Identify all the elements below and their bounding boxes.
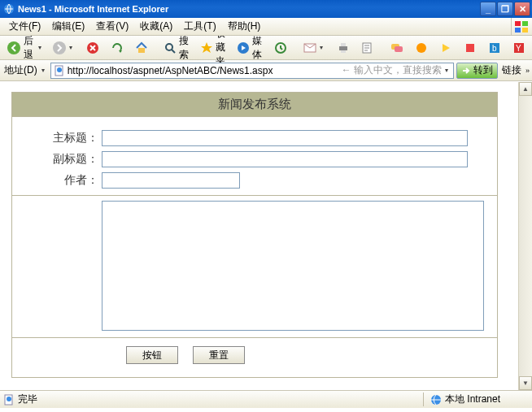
svg-rect-13 xyxy=(339,46,347,50)
chevron-right-icon[interactable]: » xyxy=(525,67,530,75)
window-title: News1 - Microsoft Internet Explorer xyxy=(18,4,480,14)
zone-text: 本地 Intranet xyxy=(445,392,500,406)
favorites-button[interactable]: 收藏夹 xyxy=(196,38,231,58)
minimize-button[interactable]: _ xyxy=(480,2,496,16)
submit-button[interactable]: 按钮 xyxy=(126,346,178,364)
reset-button[interactable]: 重置 xyxy=(193,346,245,364)
menu-help[interactable]: 帮助(H) xyxy=(222,18,267,35)
svg-point-9 xyxy=(166,44,172,50)
url-hint: ← 输入中文，直接搜索 xyxy=(342,63,442,77)
content-area: 新闻发布系统 主标题： 副标题： 作者： xyxy=(0,81,532,390)
toolbar: 后退 ▾ ▾ 搜索 收藏夹 媒体 ▾ b Y xyxy=(0,36,532,60)
print-icon xyxy=(336,41,351,55)
url-input[interactable]: http://localhost/aspnet/AspNetABC/News1.… xyxy=(50,63,454,79)
play-icon xyxy=(438,41,453,55)
go-button[interactable]: 转到 xyxy=(456,63,498,79)
menubar: 文件(F) 编辑(E) 查看(V) 收藏(A) 工具(T) 帮助(H) xyxy=(0,18,532,36)
chevron-down-icon[interactable]: ▾ xyxy=(445,67,451,74)
mail-button[interactable]: ▾ xyxy=(299,38,330,58)
menu-favorites[interactable]: 收藏(A) xyxy=(134,18,178,35)
go-arrow-icon xyxy=(461,66,471,76)
stop-icon xyxy=(85,41,100,55)
chevron-down-icon: ▾ xyxy=(320,44,326,51)
scroll-down-button[interactable]: ▼ xyxy=(519,376,532,390)
scroll-up-button[interactable]: ▲ xyxy=(519,82,532,96)
media-icon xyxy=(237,41,250,55)
menu-edit[interactable]: 编辑(E) xyxy=(46,18,90,35)
svg-rect-3 xyxy=(515,28,521,33)
svg-rect-18 xyxy=(395,46,403,52)
svg-point-19 xyxy=(416,43,426,53)
chevron-down-icon: ▾ xyxy=(38,44,42,51)
author-label: 作者： xyxy=(12,173,102,188)
discuss-icon xyxy=(390,41,404,55)
print-button[interactable] xyxy=(332,38,355,58)
form-title: 新闻发布系统 xyxy=(12,93,497,117)
svg-rect-4 xyxy=(522,28,528,33)
stop-button[interactable] xyxy=(81,38,104,58)
ie-icon xyxy=(3,3,15,15)
menu-file[interactable]: 文件(F) xyxy=(3,18,46,35)
close-button[interactable]: ✕ xyxy=(514,2,530,16)
main-title-input[interactable] xyxy=(102,130,468,146)
address-bar: 地址(D) ▾ http://localhost/aspnet/AspNetAB… xyxy=(0,60,532,81)
svg-text:Y: Y xyxy=(516,44,521,53)
svg-rect-8 xyxy=(138,48,145,53)
page-body: 新闻发布系统 主标题： 副标题： 作者： xyxy=(0,82,518,390)
history-button[interactable] xyxy=(269,38,292,58)
book-icon xyxy=(463,41,477,55)
url-text: http://localhost/aspnet/AspNetABC/News1.… xyxy=(68,65,337,76)
menu-view[interactable]: 查看(V) xyxy=(90,18,134,35)
ext5-button[interactable]: Y xyxy=(508,38,530,58)
chevron-down-icon: ▾ xyxy=(69,44,76,51)
b-icon: b xyxy=(487,41,502,55)
svg-rect-2 xyxy=(522,21,528,26)
zone-icon xyxy=(430,394,442,405)
media-button[interactable]: 媒体 xyxy=(233,38,268,58)
ext3-button[interactable] xyxy=(459,38,482,58)
back-button[interactable]: 后退 ▾ xyxy=(2,38,46,58)
home-button[interactable] xyxy=(130,38,153,58)
author-input[interactable] xyxy=(102,172,240,189)
svg-point-6 xyxy=(53,41,66,54)
forward-button[interactable]: ▾ xyxy=(48,38,80,58)
edit-button[interactable] xyxy=(356,38,379,58)
sub-title-input[interactable] xyxy=(102,151,468,167)
address-label: 地址(D) xyxy=(2,63,39,77)
links-label[interactable]: 链接 xyxy=(500,63,523,77)
back-icon xyxy=(7,41,21,55)
refresh-icon xyxy=(110,41,124,55)
svg-rect-14 xyxy=(341,43,346,46)
y-icon: Y xyxy=(512,41,526,55)
body-textarea[interactable] xyxy=(102,201,484,331)
windows-logo-icon xyxy=(511,18,530,36)
menu-tools[interactable]: 工具(T) xyxy=(178,18,221,35)
svg-rect-1 xyxy=(515,21,521,26)
chevron-down-icon: ▾ xyxy=(41,67,48,74)
scroll-track[interactable] xyxy=(519,96,532,376)
status-text: 完毕 xyxy=(18,392,37,406)
ext2-button[interactable] xyxy=(434,38,457,58)
page-icon xyxy=(3,394,15,405)
sub-title-label: 副标题： xyxy=(12,152,102,167)
page-icon xyxy=(54,65,65,76)
discuss-button[interactable] xyxy=(386,38,408,58)
svg-rect-15 xyxy=(341,50,346,53)
history-icon xyxy=(273,41,288,55)
refresh-button[interactable] xyxy=(106,38,129,58)
mail-icon xyxy=(303,41,317,55)
main-title-label: 主标题： xyxy=(12,131,102,145)
vertical-scrollbar[interactable]: ▲ ▼ xyxy=(518,82,532,390)
search-button[interactable]: 搜索 xyxy=(159,38,194,58)
circle-icon xyxy=(414,41,429,55)
ext1-button[interactable] xyxy=(410,38,433,58)
star-icon xyxy=(200,41,213,55)
search-icon xyxy=(164,41,177,55)
maximize-button[interactable]: ❐ xyxy=(497,2,513,16)
ext4-button[interactable]: b xyxy=(483,38,506,58)
window-titlebar: News1 - Microsoft Internet Explorer _ ❐ … xyxy=(0,0,532,18)
home-icon xyxy=(134,41,149,55)
news-form: 新闻发布系统 主标题： 副标题： 作者： xyxy=(11,92,498,378)
status-bar: 完毕 本地 Intranet xyxy=(0,390,532,408)
svg-point-28 xyxy=(7,397,11,401)
